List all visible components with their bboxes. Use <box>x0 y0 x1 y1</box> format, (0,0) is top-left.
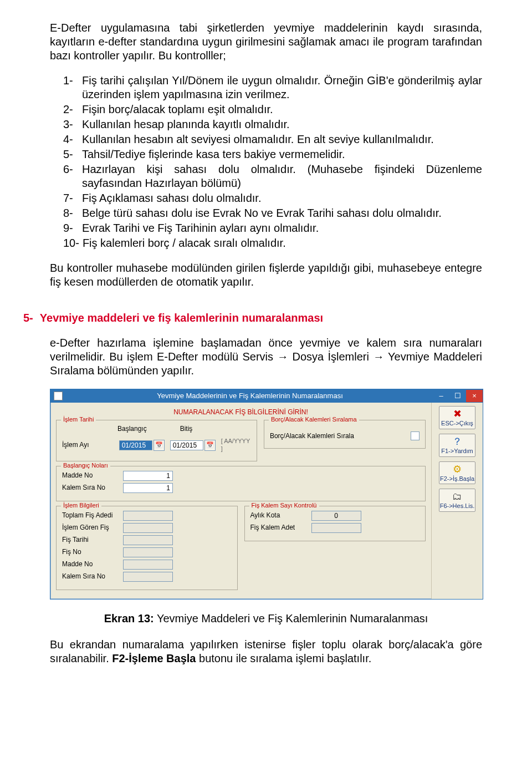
f6-list-label: F6->Hes.Lis. <box>439 502 475 510</box>
label-fis-no: Fiş No <box>62 548 117 556</box>
list-num: 1- <box>63 74 79 101</box>
right-button-panel: ✖ ESC->Çıkış ？ F1->Yardım ⚙ F2->İş.Başla… <box>431 403 483 599</box>
input-baslangic[interactable]: 01/2015 <box>119 440 152 450</box>
window-title: Yevmiye Maddelerinin ve Fiş Kalemlerinin… <box>67 392 433 400</box>
checkbox-borc-alacak-sirala[interactable] <box>411 431 420 440</box>
field-fis-kalem-adet <box>311 523 361 533</box>
caption-label: Ekran 13: <box>104 612 154 624</box>
group-islem-bilgileri: İşlem Bilgileri Toplam Fiş Adedi İşlem G… <box>56 506 238 590</box>
list-item: Kullanılan hesap planında kayıtlı olmalı… <box>82 118 482 131</box>
legend-fis-kalem-sayi: Fiş Kalem Sayı Kontrolü <box>249 502 319 510</box>
field-aylik-kota: 0 <box>311 511 361 521</box>
f2-start-label: F2->İş.Başla <box>439 475 475 483</box>
input-bitis[interactable]: 01/2015 <box>170 440 203 450</box>
f1-help-label: F1->Yardım <box>439 448 475 455</box>
group-islem-tarihi: İşlem Tarihi Başlangıç Bitiş İşlem Ayı 0… <box>56 420 257 461</box>
list-item: Evrak Tarihi ve Fiş Tarihinin ayları ayn… <box>82 221 482 235</box>
form-header-red: NUMARALANACAK FİŞ BİLGİLERİNİ GİRİN! <box>56 408 426 417</box>
app-icon <box>54 392 63 400</box>
field-fis-no <box>123 547 173 557</box>
f1-help-button[interactable]: ？ F1->Yardım <box>439 434 475 457</box>
f6-list-button[interactable]: 🗂 F6->Hes.Lis. <box>439 489 475 512</box>
title-bar: Yevmiye Maddelerinin ve Fiş Kalemlerinin… <box>50 389 483 403</box>
list-item: Fişin borç/alacak toplamı eşit olmalıdır… <box>82 103 482 116</box>
list-num: 2- <box>63 103 79 116</box>
field-toplam-fis-adedi <box>123 511 173 521</box>
intro-paragraph: E-Defter uygulamasına tabi şirketlerden … <box>50 21 482 63</box>
f2-start-button[interactable]: ⚙ F2->İş.Başla <box>439 461 475 485</box>
help-question-icon: ？ <box>439 436 475 446</box>
bottom-bold: F2-İşleme Başla <box>112 652 196 664</box>
input-kalem-sira-no[interactable]: 1 <box>123 483 173 493</box>
list-item: Belge türü sahası dolu ise Evrak No ve E… <box>82 206 482 220</box>
section-5-num: 5- <box>23 312 33 324</box>
legend-borc-alacak: Borç/Alacak Kalemleri Sıralama <box>269 416 359 424</box>
label-islem-goren-fis: İşlem Gören Fiş <box>62 524 117 532</box>
esc-exit-button[interactable]: ✖ ESC->Çıkış <box>439 406 475 429</box>
section-5-title: 5-Yevmiye maddeleri ve fiş kalemlerinin … <box>23 311 482 325</box>
close-x-icon: ✖ <box>439 409 475 419</box>
legend-islem-bilgileri: İşlem Bilgileri <box>61 502 101 510</box>
list-item: Hazırlayan kişi sahası dolu olmalıdır. (… <box>82 162 482 190</box>
hint-aa-yyyy: [ AA/YYYY ] <box>221 438 251 453</box>
list-num: 6- <box>63 162 79 190</box>
label-madde-no2: Madde No <box>62 560 117 568</box>
list-item: Fiş tarihi çalışılan Yıl/Dönem ile uygun… <box>82 74 482 101</box>
caption-text: Yevmiye Maddeleri ve Fiş Kalemlerinin Nu… <box>154 612 428 624</box>
label-kalem-sira-no: Kalem Sıra No <box>62 484 117 492</box>
list-item: Fiş kalemleri borç / alacak sıralı olmal… <box>83 236 482 250</box>
list-item: Fiş Açıklaması sahası dolu olmalıdır. <box>82 191 482 205</box>
bottom-p-2: butonu ile sıralama işlemi başlatılır. <box>196 652 371 664</box>
label-kalem-sira-no2: Kalem Sıra No <box>62 572 117 581</box>
section-5-heading: Yevmiye maddeleri ve fiş kalemlerinin nu… <box>40 312 323 324</box>
label-aylik-kota: Aylık Kota <box>250 511 306 520</box>
list-num: 7- <box>63 191 79 205</box>
maximize-button[interactable]: ☐ <box>449 390 466 402</box>
label-fis-kalem-adet: Fiş Kalem Adet <box>250 524 306 532</box>
figure-caption: Ekran 13: Yevmiye Maddeleri ve Fiş Kalem… <box>50 612 482 626</box>
field-islem-goren-fis <box>123 523 173 533</box>
label-toplam-fis-adedi: Toplam Fiş Adedi <box>62 511 117 520</box>
label-fis-tarihi: Fiş Tarihi <box>62 536 117 544</box>
list-num: 4- <box>63 133 79 146</box>
controls-list: 1-Fiş tarihi çalışılan Yıl/Dönem ile uyg… <box>50 74 482 250</box>
gear-run-icon: ⚙ <box>439 464 475 474</box>
list-report-icon: 🗂 <box>439 491 475 501</box>
esc-exit-label: ESC->Çıkış <box>439 420 475 428</box>
field-madde-no2 <box>123 560 173 570</box>
col-baslangic: Başlangıç <box>117 425 147 433</box>
input-madde-no[interactable]: 1 <box>123 471 173 481</box>
group-fis-kalem-sayi: Fiş Kalem Sayı Kontrolü Aylık Kota0 Fiş … <box>244 506 426 541</box>
legend-baslangic-nolari: Başlangıç Noları <box>61 462 110 470</box>
calendar-icon[interactable]: 📅 <box>204 440 216 451</box>
list-num: 9- <box>63 221 79 235</box>
bottom-paragraph: Bu ekrandan numaralama yapılırken isteni… <box>50 638 482 666</box>
minimize-button[interactable]: – <box>433 390 449 402</box>
list-num: 5- <box>63 148 79 161</box>
close-button[interactable]: × <box>466 390 483 402</box>
label-islem-ayi: İşlem Ayı <box>62 441 114 449</box>
app-window: Yevmiye Maddelerinin ve Fiş Kalemlerinin… <box>50 389 483 600</box>
col-bitis: Bitiş <box>180 425 193 433</box>
group-borc-alacak: Borç/Alacak Kalemleri Sıralama Borç/Alac… <box>264 420 426 449</box>
calendar-icon[interactable]: 📅 <box>154 440 165 451</box>
list-num: 3- <box>63 118 79 131</box>
list-item: Kullanılan hesabın alt seviyesi olmamalı… <box>82 133 482 146</box>
legend-islem-tarihi: İşlem Tarihi <box>61 416 96 424</box>
list-item: Tahsil/Tediye fişlerinde kasa ters bakiy… <box>82 148 482 161</box>
field-fis-tarihi <box>123 535 173 545</box>
group-baslangic-nolari: Başlangıç Noları Madde No 1 Kalem Sıra N… <box>56 466 426 501</box>
after-list-paragraph: Bu kontroller muhasebe modülünden girile… <box>50 261 482 289</box>
field-kalem-sira-no2 <box>123 572 173 582</box>
label-madde-no: Madde No <box>62 471 117 480</box>
section-5-paragraph: e-Defter hazırlama işlemine başlamadan ö… <box>50 336 482 378</box>
list-num: 8- <box>63 206 79 220</box>
list-num: 10- <box>63 236 79 250</box>
label-borc-alacak-sirala: Borç/Alacak Kalemleri Sırala <box>270 432 405 440</box>
